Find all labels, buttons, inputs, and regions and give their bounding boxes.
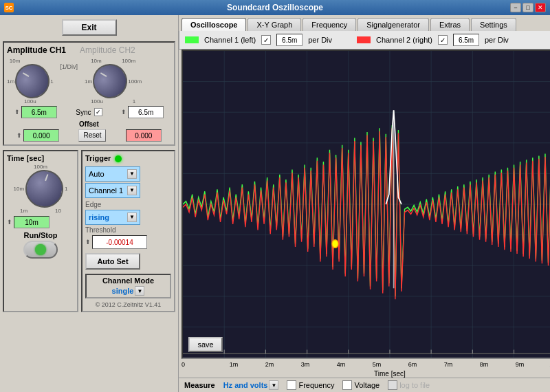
channel-mode-arrow[interactable]: ▼ bbox=[135, 286, 144, 296]
time-tick-8m: 8m bbox=[466, 361, 502, 368]
offset-ch2-value[interactable]: 0.000 bbox=[126, 129, 162, 142]
channel-controls: Channel 1 (left) ✓ 6.5m per Div Channel … bbox=[179, 31, 550, 50]
time-tick-0: 0 bbox=[182, 361, 216, 368]
trigger-channel-button[interactable]: Channel 1 ▼ bbox=[85, 183, 140, 198]
time-tick-1m: 1m bbox=[216, 361, 252, 368]
reset-button[interactable]: Reset bbox=[78, 129, 106, 142]
trigger-channel-arrow[interactable]: ▼ bbox=[127, 186, 137, 195]
amplitude-section: Amplitude CH1 Amplitude CH2 10m 1m 1 bbox=[3, 41, 175, 146]
threshold-label: Threshold bbox=[85, 226, 171, 234]
minimize-button[interactable]: − bbox=[510, 3, 521, 12]
amplitude-ch2-title: Amplitude CH2 bbox=[80, 45, 135, 55]
measure-type-arrow[interactable]: ▼ bbox=[269, 380, 278, 390]
title-bar: SC Soundcard Oszilloscope − □ ✕ bbox=[0, 0, 550, 15]
tab-extras[interactable]: Extras bbox=[430, 18, 470, 31]
time-label-1m: 1m bbox=[20, 208, 28, 214]
edge-label: Edge bbox=[85, 201, 171, 208]
ch1-checkbox[interactable]: ✓ bbox=[261, 35, 271, 45]
measure-label: Measure bbox=[184, 381, 215, 389]
run-stop-button[interactable] bbox=[23, 241, 58, 259]
time-tick-9m: 9m bbox=[502, 361, 538, 368]
ch2-label-1: 1 bbox=[133, 98, 135, 105]
sync-checkbox[interactable]: ✓ bbox=[94, 108, 102, 116]
amplitude-ch2-knob[interactable] bbox=[87, 58, 133, 105]
time-center-label-container: Time [sec] bbox=[179, 370, 550, 378]
ch1-label-1m: 1m bbox=[7, 78, 14, 85]
offset-label: Offset bbox=[79, 120, 99, 128]
ch1-label-10m: 10m bbox=[10, 58, 21, 64]
auto-set-button[interactable]: Auto Set bbox=[85, 253, 140, 270]
ch1-amplitude-value[interactable]: 6.5m bbox=[21, 106, 57, 118]
close-button[interactable]: ✕ bbox=[535, 3, 546, 12]
amplitude-ch1-knob[interactable] bbox=[9, 58, 56, 105]
ch2-label-1m: 1m bbox=[85, 78, 92, 85]
log-label: log to file bbox=[399, 381, 430, 389]
frequency-check-item: Frequency bbox=[287, 380, 334, 390]
amplitude-subtitle: [1/Div] bbox=[60, 63, 78, 70]
tab-signal-gen[interactable]: Signalgenerator bbox=[358, 18, 429, 31]
voltage-checkbox[interactable] bbox=[342, 380, 352, 390]
measure-type-select[interactable]: Hz and volts ▼ bbox=[223, 380, 279, 390]
time-axis: 0 1m 2m 3m 4m 5m 6m 7m 8m 9m 10m Grid ✓ bbox=[179, 359, 550, 370]
tab-xy-graph[interactable]: X-Y Graph bbox=[248, 18, 301, 31]
edge-arrow[interactable]: ▼ bbox=[127, 213, 137, 222]
frequency-checkbox[interactable] bbox=[287, 380, 296, 390]
tab-oscilloscope[interactable]: Oscilloscope bbox=[182, 18, 246, 31]
trigger-section: Trigger Auto ▼ Channel 1 ▼ Edge rising ▼… bbox=[81, 150, 175, 312]
ch2-checkbox[interactable]: ✓ bbox=[438, 35, 448, 45]
tab-settings[interactable]: Settings bbox=[471, 18, 516, 31]
ch1-per-div: per Div bbox=[308, 36, 332, 44]
time-labels: 0 1m 2m 3m 4m 5m 6m 7m 8m 9m 10m bbox=[182, 361, 550, 368]
measure-type-value: Hz and volts bbox=[223, 381, 268, 389]
time-tick-2m: 2m bbox=[252, 361, 287, 368]
edge-button[interactable]: rising ▼ bbox=[85, 210, 140, 225]
ch2-amplitude-value[interactable]: 6.5m bbox=[128, 106, 164, 118]
ch2-indicator bbox=[357, 36, 371, 43]
amplitude-ch1-knob-container: 10m 1m 1 100u bbox=[7, 58, 54, 105]
ch2-label-100m: 100m bbox=[122, 58, 135, 64]
ch2-value-box[interactable]: 6.5m bbox=[453, 34, 479, 46]
channel-mode-value: single bbox=[112, 287, 134, 295]
log-checkbox[interactable] bbox=[388, 380, 397, 390]
time-knob[interactable] bbox=[23, 167, 67, 211]
save-button[interactable]: save bbox=[188, 337, 223, 352]
scope-display: save bbox=[182, 50, 550, 359]
scope-svg bbox=[183, 51, 550, 358]
voltage-check-item: Voltage bbox=[342, 380, 380, 390]
ch1-label-100u: 100u bbox=[24, 98, 36, 105]
trigger-mode-arrow[interactable]: ▼ bbox=[127, 169, 137, 179]
offset-ch1-value[interactable]: 0.000 bbox=[23, 129, 59, 142]
frequency-label: Frequency bbox=[298, 381, 334, 389]
ch1-indicator bbox=[185, 36, 199, 43]
ch1-label-1: 1 bbox=[50, 78, 53, 85]
run-stop-indicator bbox=[35, 244, 46, 255]
copyright-text: © 2012 C.Zeitnitz V1.41 bbox=[85, 301, 171, 308]
svg-point-20 bbox=[332, 240, 338, 248]
left-panel: Exit Amplitude CH1 Amplitude CH2 10m 1m bbox=[0, 15, 179, 392]
channel-mode-label: Channel Mode bbox=[89, 276, 167, 285]
right-panel: Oscilloscope X-Y Graph Frequency Signalg… bbox=[179, 15, 550, 392]
window-title: Soundcard Oszilloscope bbox=[227, 3, 323, 12]
time-tick-4m: 4m bbox=[323, 361, 359, 368]
sync-label: Sync bbox=[76, 109, 91, 116]
time-label-10: 10 bbox=[55, 208, 61, 214]
run-stop-section: Run/Stop bbox=[7, 231, 74, 259]
ch2-label-10m: 10m bbox=[91, 58, 102, 64]
time-value[interactable]: 10m bbox=[14, 216, 50, 228]
ch2-label: Channel 2 (right) bbox=[376, 36, 432, 44]
tab-frequency[interactable]: Frequency bbox=[302, 18, 356, 31]
maximize-button[interactable]: □ bbox=[522, 3, 534, 12]
ch1-value-box[interactable]: 6.5m bbox=[276, 34, 302, 46]
exit-button[interactable]: Exit bbox=[62, 19, 117, 36]
run-stop-label: Run/Stop bbox=[7, 231, 74, 239]
time-tick-10m: 10m bbox=[538, 361, 550, 368]
time-center-label: Time [sec] bbox=[374, 370, 406, 378]
amplitude-ch1-title: Amplitude CH1 bbox=[7, 45, 66, 55]
threshold-value[interactable]: -0.00014 bbox=[92, 235, 147, 249]
trigger-title: Trigger bbox=[85, 154, 111, 162]
trigger-mode-button[interactable]: Auto ▼ bbox=[85, 166, 140, 182]
ch2-label-100m2: 100m bbox=[128, 78, 142, 85]
time-label-10m: 10m bbox=[13, 186, 24, 192]
voltage-label: Voltage bbox=[354, 381, 380, 389]
trigger-led bbox=[115, 155, 122, 162]
